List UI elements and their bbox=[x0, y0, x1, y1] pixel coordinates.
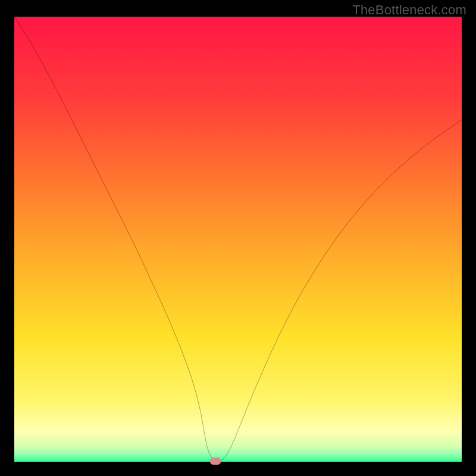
watermark-text: TheBottleneck.com bbox=[352, 2, 466, 18]
plot-svg bbox=[14, 17, 462, 462]
optimum-marker bbox=[210, 458, 221, 465]
chart-container: TheBottleneck.com bbox=[0, 0, 476, 476]
plot-background bbox=[14, 17, 462, 462]
plot-area bbox=[14, 17, 462, 462]
